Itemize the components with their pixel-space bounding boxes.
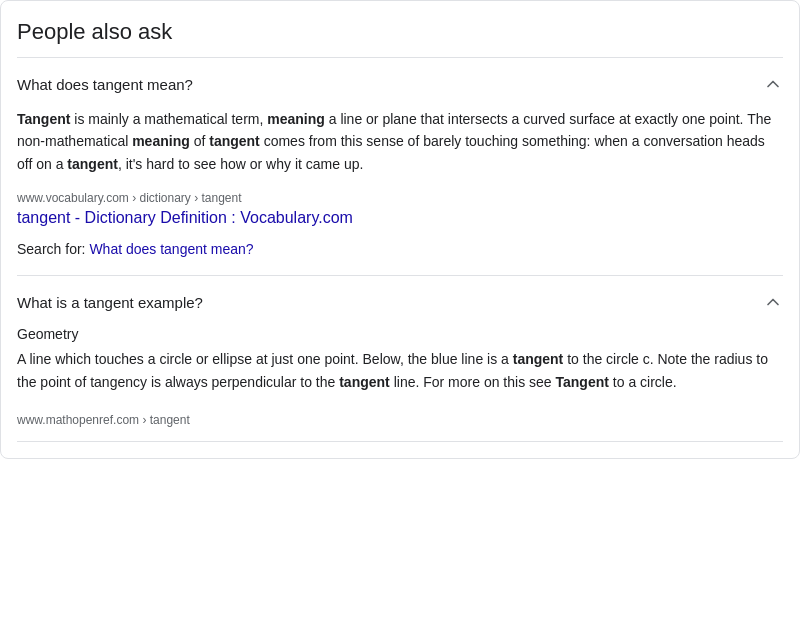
search-for-prefix-1: Search for: bbox=[17, 241, 85, 257]
qa-item-2: What is a tangent example? Geometry A li… bbox=[17, 276, 783, 442]
qa-question-row-1[interactable]: What does tangent mean? bbox=[17, 58, 783, 108]
people-also-ask-container: People also ask What does tangent mean? … bbox=[0, 0, 800, 459]
answer-subheading-2: Geometry bbox=[17, 326, 783, 342]
answer-text-1: Tangent is mainly a mathematical term, m… bbox=[17, 108, 783, 175]
qa-question-row-2[interactable]: What is a tangent example? bbox=[17, 276, 783, 326]
qa-question-text-2: What is a tangent example? bbox=[17, 294, 203, 311]
qa-item-1: What does tangent mean? Tangent is mainl… bbox=[17, 58, 783, 276]
section-title: People also ask bbox=[17, 9, 783, 58]
search-for-1: Search for: What does tangent mean? bbox=[17, 241, 783, 257]
source-url-2: www.mathopenref.com › tangent bbox=[17, 409, 783, 427]
chevron-up-icon-2 bbox=[763, 292, 783, 312]
source-link-1[interactable]: tangent - Dictionary Definition : Vocabu… bbox=[17, 209, 783, 227]
qa-question-text-1: What does tangent mean? bbox=[17, 76, 193, 93]
chevron-up-icon-1 bbox=[763, 74, 783, 94]
source-url-1: www.vocabulary.com › dictionary › tangen… bbox=[17, 191, 783, 205]
search-for-link-1[interactable]: What does tangent mean? bbox=[89, 241, 253, 257]
qa-answer-2: Geometry A line which touches a circle o… bbox=[17, 326, 783, 441]
qa-answer-1: Tangent is mainly a mathematical term, m… bbox=[17, 108, 783, 275]
answer-text-2: A line which touches a circle or ellipse… bbox=[17, 348, 783, 393]
